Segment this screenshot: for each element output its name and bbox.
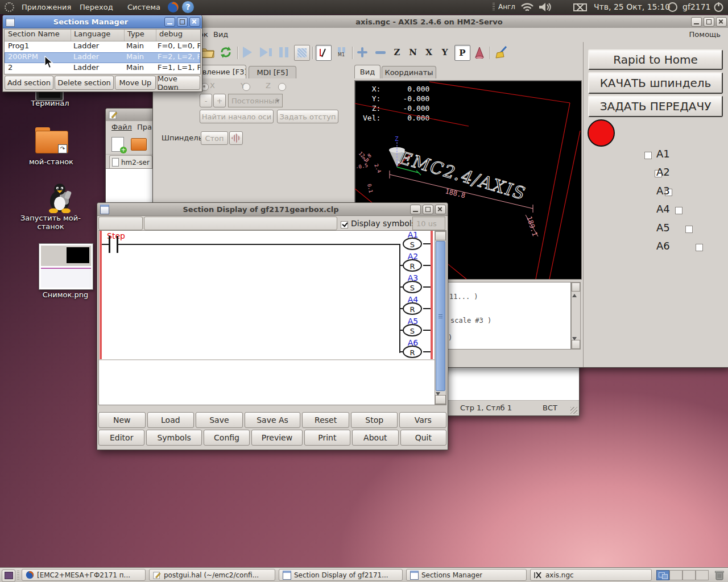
coil-reset[interactable]: R	[403, 302, 422, 315]
workspace-1-active[interactable]	[656, 570, 669, 580]
reset-button[interactable]: Reset	[302, 412, 349, 428]
scrollbar-thumb[interactable]	[436, 241, 445, 391]
power-icon[interactable]	[713, 2, 724, 13]
show-desktop-button[interactable]	[2, 569, 15, 582]
column-header-language[interactable]: Language	[71, 30, 125, 41]
set-gear-button[interactable]: ЗАДАТЬ ПЕРЕДАЧУ	[588, 95, 723, 117]
gedit-tab[interactable]: hm2-ser	[109, 155, 152, 169]
workspace-2[interactable]	[669, 570, 682, 580]
volume-icon[interactable]	[538, 2, 553, 13]
jog-plus-button[interactable]: +	[213, 94, 226, 107]
a6-checkbox[interactable]	[696, 244, 703, 251]
coil-reset[interactable]: R	[403, 346, 422, 358]
desktop-icon-screenshot[interactable]	[39, 243, 93, 290]
pause-icon[interactable]	[277, 45, 291, 60]
home-axis-button[interactable]: Найти начало оси	[200, 110, 274, 123]
coil-set[interactable]: S	[403, 324, 422, 336]
help-launcher-icon[interactable]: ?	[182, 1, 194, 13]
axis-z-radio[interactable]	[278, 83, 286, 91]
column-header-type[interactable]: Type	[125, 30, 156, 41]
menu-places[interactable]: Переход	[75, 0, 118, 14]
sections-manager-titlebar[interactable]: Sections Manager	[3, 15, 202, 28]
move-up-button[interactable]: Move Up	[115, 76, 156, 90]
stop-icon[interactable]	[294, 45, 310, 61]
view-z-icon[interactable]: Z	[391, 45, 403, 60]
new-button[interactable]: New	[98, 412, 146, 428]
about-button[interactable]: About	[352, 430, 398, 446]
workspace-4[interactable]	[696, 570, 709, 580]
save-button[interactable]: Save	[196, 412, 243, 428]
a5-checkbox[interactable]	[685, 226, 693, 233]
zoom-out-icon[interactable]	[374, 45, 387, 60]
distributor-logo-icon[interactable]	[5, 2, 14, 12]
symbols-button[interactable]: Symbols	[146, 430, 201, 446]
tab-dro[interactable]: Координаты	[382, 66, 436, 78]
print-button[interactable]: Print	[304, 430, 350, 446]
tab-mdi[interactable]: MDI [F5]	[249, 66, 296, 78]
coil-set[interactable]: S	[403, 281, 422, 293]
jog-mode-combobox[interactable]: Постоянный	[228, 94, 283, 107]
coil-reset[interactable]: R	[403, 259, 422, 272]
close-button[interactable]	[189, 17, 200, 27]
rock-spindle-button[interactable]: КАЧАТЬ шпиндель	[588, 72, 723, 94]
a4-checkbox[interactable]	[675, 207, 682, 214]
spindle-brake-button[interactable]	[229, 131, 243, 145]
add-section-button[interactable]: Add section	[5, 76, 53, 90]
scroll-up-arrow[interactable]	[435, 231, 446, 240]
maximize-button[interactable]	[423, 205, 433, 214]
optional-stop-icon[interactable]: M1	[334, 45, 349, 60]
firefox-launcher-icon[interactable]	[167, 1, 179, 13]
desktop-icon-label[interactable]: Терминал	[22, 99, 78, 107]
rapid-to-home-button[interactable]: Rapid to Home	[588, 49, 723, 70]
new-document-icon[interactable]: +	[111, 137, 124, 152]
view-z2-icon[interactable]: N	[407, 45, 419, 60]
close-button[interactable]	[716, 17, 727, 27]
resize-grip[interactable]	[570, 407, 577, 414]
save-as-button[interactable]: Save As	[245, 412, 301, 428]
gcode-scrollbar[interactable]	[571, 282, 581, 350]
menu-help[interactable]: Помощь	[689, 30, 721, 39]
section-field-2[interactable]	[144, 217, 337, 230]
table-row-selected[interactable]: 200RPM Ladder Main F=2, L=2, P=	[5, 52, 200, 63]
table-row[interactable]: Prog1 Ladder Main F=0, L=0, P=	[5, 41, 200, 52]
column-header-section-name[interactable]: Section Name	[5, 30, 71, 41]
vars-button[interactable]: Vars	[399, 412, 446, 428]
display-symbols-checkbox[interactable]	[341, 221, 348, 228]
minimize-button[interactable]	[691, 17, 702, 27]
trash-icon[interactable]	[714, 569, 725, 581]
close-button[interactable]	[435, 205, 446, 214]
maximize-button[interactable]	[177, 17, 188, 27]
scroll-down-arrow[interactable]	[572, 340, 580, 349]
minimize-button[interactable]	[164, 17, 175, 27]
minimize-button[interactable]	[410, 205, 421, 214]
zoom-in-icon[interactable]	[355, 45, 369, 60]
desktop-icon-label[interactable]: Снимок.png	[34, 290, 97, 299]
menu-view[interactable]: Вид	[213, 30, 228, 39]
scroll-down-arrow[interactable]	[435, 395, 446, 404]
desktop-icon-my-machine-folder[interactable]: ↷	[35, 127, 68, 155]
column-header-debug[interactable]: debug	[156, 30, 200, 41]
open-file-icon[interactable]	[201, 45, 214, 60]
reload-icon[interactable]	[219, 45, 233, 60]
stop-button[interactable]: Stop	[351, 412, 398, 428]
user-menu-icon[interactable]	[668, 2, 677, 12]
keyboard-layout-indicator[interactable]: Англ	[498, 3, 515, 11]
gedit-menu-file[interactable]: Файл	[111, 123, 132, 131]
scroll-up-arrow[interactable]	[572, 282, 580, 292]
workspace-3[interactable]	[682, 570, 696, 580]
menu-applications[interactable]: Приложения	[17, 0, 76, 14]
section-display-titlebar[interactable]: Section Display of gf2171gearbox.clp	[97, 203, 448, 216]
view-x-icon[interactable]: X	[423, 45, 435, 60]
taskbar-item-sections-manager[interactable]: Sections Manager	[406, 569, 527, 581]
editor-button[interactable]: Editor	[98, 430, 144, 446]
gedit-menu-edit[interactable]: Пра	[137, 123, 152, 131]
clear-plot-icon[interactable]	[494, 45, 510, 60]
mail-notification-icon[interactable]	[573, 3, 587, 11]
rotate-cone-icon[interactable]	[473, 45, 486, 60]
ladder-viewport[interactable]: Step A1 S A2 R A3 S A4 R A5	[98, 230, 446, 405]
run-icon[interactable]	[241, 45, 254, 60]
set-offset-button[interactable]: Задать отступ	[277, 110, 338, 123]
spindle-stop-button[interactable]: Стоп	[201, 131, 228, 145]
preview-button[interactable]: Preview	[251, 430, 302, 446]
maximize-button[interactable]	[704, 17, 714, 27]
